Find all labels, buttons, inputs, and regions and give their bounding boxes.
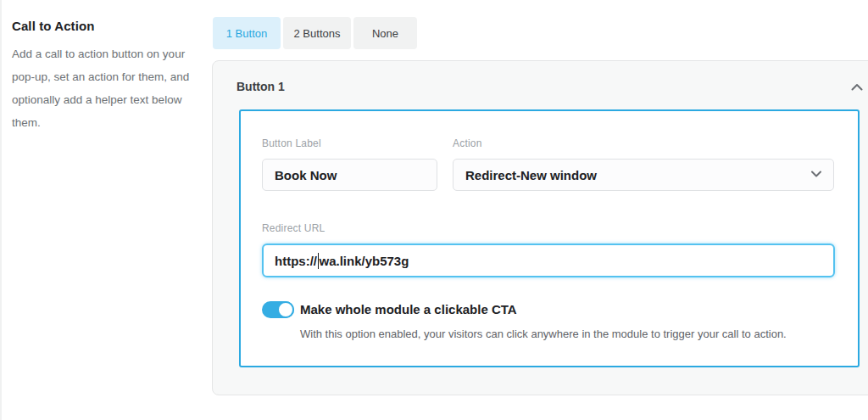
url-text-after-caret: wa.link/yb573g: [320, 254, 409, 268]
description-line: them.: [12, 111, 193, 134]
button-label-field-label: Button Label: [262, 137, 321, 149]
button-label-input[interactable]: [262, 159, 437, 191]
redirect-url-input[interactable]: https://wa.link/yb573g: [262, 244, 835, 277]
description-line: pop-up, set an action for them, and: [12, 65, 193, 88]
button-count-tabs: 1 Button 2 Buttons None: [213, 17, 417, 49]
section-description-column: Call to Action Add a call to action butt…: [12, 19, 193, 134]
cta-settings-box: Button Label Action Redirect-New window …: [239, 109, 860, 367]
redirect-url-label: Redirect URL: [262, 222, 325, 234]
tab-none[interactable]: None: [353, 17, 417, 49]
tab-2-buttons[interactable]: 2 Buttons: [283, 17, 351, 49]
module-cta-toggle[interactable]: [262, 301, 294, 318]
section-title: Call to Action: [12, 19, 193, 33]
action-field-label: Action: [453, 137, 482, 149]
action-select[interactable]: Redirect-New window: [453, 159, 834, 191]
collapse-button[interactable]: [847, 76, 867, 97]
section-description: Add a call to action button on your pop-…: [12, 42, 193, 134]
url-text-before-caret: https://: [275, 254, 317, 268]
panel-title: Button 1: [236, 80, 285, 93]
toggle-label: Make whole module a clickable CTA: [300, 301, 517, 318]
action-select-value: Redirect-New window: [465, 168, 597, 182]
cta-settings-page: Call to Action Add a call to action butt…: [0, 0, 868, 420]
chevron-up-icon: [851, 83, 863, 91]
description-line: Add a call to action button on your: [12, 42, 193, 65]
tab-1-button[interactable]: 1 Button: [213, 17, 281, 49]
button1-panel: Button 1 Button Label Action Redirect-Ne…: [212, 60, 868, 395]
description-line: optionally add a helper text below: [12, 88, 193, 111]
panel-edge-divider: [0, 0, 2, 420]
chevron-down-icon: [811, 171, 821, 177]
toggle-helper-text: With this option enabled, your visitors …: [300, 328, 787, 340]
toggle-knob: [277, 301, 294, 318]
